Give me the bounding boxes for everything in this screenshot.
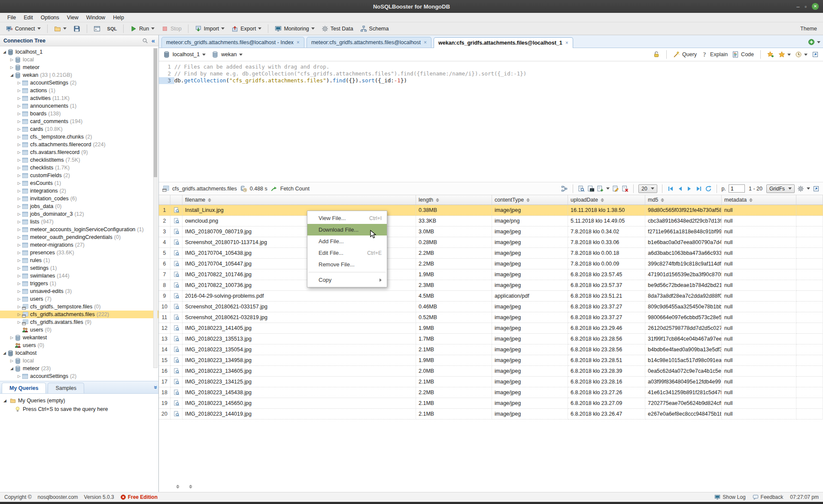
table-row[interactable]: 15IMG_20180223_134958.jpg1.9MBimage/jpeg… — [159, 355, 823, 366]
collapsed-icon[interactable]: ▷ — [16, 372, 22, 380]
row-preview-cell[interactable] — [170, 205, 182, 216]
document-shell-icon[interactable]: >_ — [587, 185, 594, 192]
tree-item-meteor-accounts-loginserviceconfiguration[interactable]: ▷meteor_accounts_loginServiceConfigurati… — [0, 226, 158, 233]
table-row[interactable]: 12IMG_20180223_141405.jpg1.9MBimage/jpeg… — [159, 323, 823, 334]
collapsed-icon[interactable]: ▷ — [16, 226, 22, 233]
stop-button[interactable]: Stop — [159, 24, 184, 33]
tab-samples[interactable]: Samples — [48, 383, 84, 393]
collapsed-icon[interactable]: ▷ — [16, 187, 22, 195]
collapsed-icon[interactable]: ▷ — [16, 179, 22, 187]
collapsed-icon[interactable]: ▷ — [16, 110, 22, 118]
database-dropdown[interactable]: wekan — [212, 51, 243, 58]
collapsed-icon[interactable]: ▷ — [16, 102, 22, 110]
collapse-sidebar-icon[interactable]: « — [152, 38, 155, 43]
tree-item-users[interactable]: users(0) — [0, 341, 158, 349]
maximize-results-icon[interactable] — [813, 185, 820, 192]
document-tab-3[interactable]: wekan:cfs_gridfs.attachments.files@local… — [434, 37, 573, 48]
table-row[interactable]: 17IMG_20180223_134125.jpg2.1MBimage/jpeg… — [159, 377, 823, 387]
expanded-icon[interactable]: ◢ — [9, 71, 15, 79]
tree-item-activities[interactable]: ▷activities(11.1K) — [0, 94, 158, 102]
open-button[interactable] — [52, 24, 69, 33]
table-row[interactable]: 7IMG_20170822_101746.jpg1.9MBimage/jpeg6… — [159, 269, 823, 280]
run-button[interactable]: Run — [128, 24, 157, 33]
collapsed-icon[interactable]: ▷ — [16, 202, 22, 210]
row-preview-cell[interactable] — [170, 226, 182, 237]
table-row[interactable]: 3IMG_20180709_080719.jpg3.0MBimage/jpeg7… — [159, 226, 823, 237]
row-preview-cell[interactable] — [170, 291, 182, 302]
row-preview-cell[interactable] — [170, 237, 182, 248]
column-header-length[interactable]: length — [416, 195, 492, 205]
query-wizard-button[interactable]: Query — [673, 51, 697, 58]
row-preview-cell[interactable] — [170, 259, 182, 269]
code-button[interactable]: Code — [732, 51, 754, 58]
tree-item-wekan[interactable]: ◢wekan(33 | 0.21GB) — [0, 71, 158, 79]
collapsed-icon[interactable]: ▷ — [16, 87, 22, 94]
tree-item-card-comments[interactable]: ▷card_comments(194) — [0, 118, 158, 125]
tree-item-cfs-tempstore-chunks[interactable]: ▷cfs._tempstore.chunks(2) — [0, 133, 158, 141]
monitoring-button[interactable]: Monitoring — [272, 24, 317, 33]
document-tab-1[interactable]: meteor:cfs_gridfs.attachments.files@loca… — [161, 37, 304, 48]
tree-item-cfs-gridfs-avatars-files[interactable]: ▷cfs_gridfs.avatars.files(9) — [0, 318, 158, 326]
tab-close-icon[interactable]: × — [424, 39, 427, 45]
first-page-icon[interactable] — [667, 185, 674, 192]
collapsed-icon[interactable]: ▷ — [16, 218, 22, 226]
tree-item-meteor-migrations[interactable]: ▷meteor-migrations(27) — [0, 241, 158, 249]
lock-button[interactable] — [653, 51, 660, 58]
row-preview-cell[interactable] — [170, 377, 182, 387]
menu-view[interactable]: View — [63, 14, 82, 21]
terminal-button[interactable]: >_ — [91, 24, 103, 33]
view-document-icon[interactable] — [578, 185, 585, 192]
menu-help[interactable]: Help — [109, 14, 128, 21]
tree-item-swimlanes[interactable]: ▷swimlanes(144) — [0, 272, 158, 280]
folder-expander-icon[interactable]: ◢ — [3, 398, 8, 403]
import-button[interactable]: Import — [192, 24, 227, 33]
row-preview-cell[interactable] — [170, 269, 182, 280]
expanded-icon[interactable]: ◢ — [2, 48, 7, 56]
collapsed-icon[interactable]: ▷ — [16, 272, 22, 280]
tree-item-meteor[interactable]: ◢meteor(23) — [0, 365, 158, 372]
schema-button[interactable]: Schema — [358, 24, 392, 33]
collapsed-icon[interactable]: ▷ — [16, 141, 22, 148]
menu-file[interactable]: File — [3, 14, 20, 21]
collapsed-icon[interactable]: ▷ — [16, 210, 22, 218]
collapsed-icon[interactable]: ▷ — [16, 318, 22, 326]
tree-item-settings[interactable]: ▷settings(1) — [0, 264, 158, 272]
tree-item-localhost[interactable]: ◢localhost — [0, 349, 158, 357]
row-preview-cell[interactable] — [170, 323, 182, 334]
tree-item-checklistitems[interactable]: ▷checklistItems(7.5K) — [0, 156, 158, 164]
table-row[interactable]: 11Screenshot_20180621-032819.jpg0.52MBim… — [159, 312, 823, 323]
tree-item-localhost-1[interactable]: ◢localhost_1 — [0, 48, 158, 56]
next-page-icon[interactable] — [686, 185, 693, 192]
tree-item-actions[interactable]: ▷actions(1) — [0, 87, 158, 94]
tree-item-invitation-codes[interactable]: ▷invitation_codes(6) — [0, 195, 158, 202]
prev-page-icon[interactable] — [677, 185, 683, 192]
table-row[interactable]: 10Screenshot_20180621-033157.jpg0.46MBim… — [159, 302, 823, 312]
tree-item-customfields[interactable]: ▷customFields(2) — [0, 172, 158, 179]
table-row[interactable]: 20IMG_20180223_144019.jpg2.1MBimage/jpeg… — [159, 409, 823, 419]
new-tab-icon[interactable] — [808, 39, 815, 45]
page-size-select[interactable]: 20 — [638, 184, 657, 193]
row-preview-cell[interactable] — [170, 216, 182, 226]
table-row[interactable]: 92016-04-29-solving-problems.pdf4.5MBapp… — [159, 291, 823, 302]
favorites-dropdown[interactable] — [778, 51, 791, 58]
tree-item-presences[interactable]: ▷presences(33.6K) — [0, 249, 158, 257]
export-button[interactable]: Export — [229, 24, 264, 33]
tree-item-meteor[interactable]: ▷meteor — [0, 63, 158, 71]
my-queries-folder[interactable]: ◢ My Queries (empty) — [3, 396, 155, 405]
collapsed-icon[interactable]: ▷ — [9, 334, 15, 341]
tree-item-accountsettings[interactable]: ▷accountSettings(2) — [0, 372, 158, 380]
column-header-uploaddate[interactable]: uploadDate — [568, 195, 645, 205]
tree-item-cfs-avatars-filerecord[interactable]: ▷cfs.avatars.filerecord(9) — [0, 148, 158, 156]
search-icon[interactable] — [142, 38, 148, 44]
tree-item-jobs-data[interactable]: ▷jobs_data(0) — [0, 202, 158, 210]
tree-item-jobs-dominator-3[interactable]: ▷jobs_dominator_3(12) — [0, 210, 158, 218]
row-preview-cell[interactable] — [170, 387, 182, 398]
row-preview-cell[interactable] — [170, 302, 182, 312]
theme-button[interactable]: Theme — [800, 26, 820, 32]
table-row[interactable]: 14IMG_20180223_135054.jpg2.1MBimage/jpeg… — [159, 344, 823, 355]
add-favorite-button[interactable] — [767, 51, 774, 58]
query-editor[interactable]: 1// Files can be added easily with drag … — [159, 61, 823, 182]
collapsed-icon[interactable]: ▷ — [16, 280, 22, 287]
table-row[interactable]: 13IMG_20180223_135513.jpg1.7MBimage/jpeg… — [159, 334, 823, 344]
queries-collapse-icon[interactable]: « — [152, 386, 158, 389]
